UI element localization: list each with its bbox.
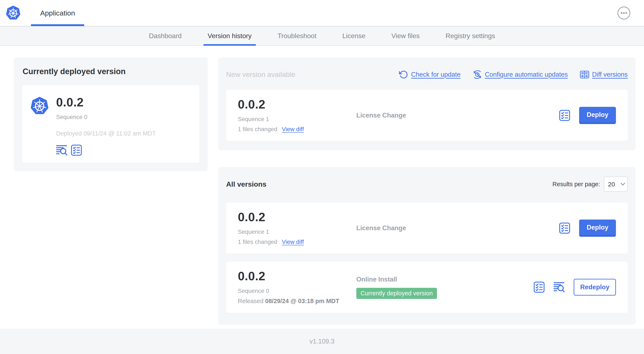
- files-changed-label: 1 files changed: [238, 239, 277, 245]
- sequence-label: Sequence 1: [238, 228, 356, 235]
- version-number: 0.0.2: [238, 211, 356, 223]
- version-info: 0.0.2 Sequence 0 Released 08/29/24 @ 03:…: [238, 270, 356, 304]
- app-page: Application Dashboard Version history Tr…: [0, 0, 644, 354]
- app-tab-label: Application: [40, 9, 75, 17]
- tab-license[interactable]: License: [342, 26, 365, 45]
- console-version: v1.109.3: [310, 338, 334, 345]
- diff-versions-label: Diff versions: [592, 71, 628, 78]
- released-prefix: Released: [238, 298, 265, 304]
- tab-label: Registry settings: [446, 32, 495, 40]
- tab-label: Troubleshoot: [278, 32, 316, 40]
- check-for-update-link[interactable]: Check for update: [399, 70, 460, 79]
- new-version-panel-header: New version available Check for update C…: [226, 65, 628, 84]
- deploy-logs-button[interactable]: [56, 145, 68, 156]
- tab-label: View files: [392, 32, 420, 40]
- check-for-update-label: Check for update: [411, 71, 460, 78]
- preflight-checklist-icon: [71, 145, 82, 156]
- diff-versions-link[interactable]: Diff versions: [580, 70, 628, 79]
- version-status: Online Install Currently deployed versio…: [356, 276, 534, 299]
- preflight-checks-button[interactable]: [559, 222, 570, 234]
- sequence-label: Sequence 1: [238, 116, 356, 123]
- version-row: 0.0.2 Sequence 0 Released 08/29/24 @ 03:…: [226, 262, 628, 313]
- tab-dashboard[interactable]: Dashboard: [149, 26, 182, 45]
- version-actions: Deploy: [559, 219, 616, 237]
- all-versions-title: All versions: [226, 180, 266, 188]
- version-info: 0.0.2 Sequence 1 1 files changed View di…: [238, 211, 356, 245]
- main-content: Currently deployed version 0.0.2 Sequenc…: [0, 46, 644, 329]
- files-changed-row: 1 files changed View diff: [238, 239, 356, 245]
- update-links: Check for update Configure automatic upd…: [399, 70, 628, 79]
- diff-columns-icon: [580, 70, 589, 79]
- auto-update-clock-icon: [473, 70, 482, 79]
- tab-registry-settings[interactable]: Registry settings: [446, 26, 495, 45]
- ellipsis-icon: [617, 6, 630, 20]
- kubernetes-logo-icon: [30, 97, 48, 115]
- version-actions: Redeploy: [534, 279, 616, 295]
- version-source: License Change: [356, 224, 559, 232]
- redeploy-button[interactable]: Redeploy: [574, 279, 616, 295]
- files-changed-label: 1 files changed: [238, 126, 277, 133]
- deployed-version-details: 0.0.2 Sequence 0 Deployed 09/11/24 @ 11:…: [56, 96, 156, 156]
- deployed-version-card: 0.0.2 Sequence 0 Deployed 09/11/24 @ 11:…: [22, 85, 199, 163]
- kubernetes-logo-icon: [6, 6, 20, 21]
- tab-label: License: [342, 32, 365, 40]
- more-options-button[interactable]: [617, 6, 630, 20]
- version-source: License Change: [356, 112, 559, 119]
- files-changed-row: 1 files changed View diff: [238, 126, 356, 133]
- version-rows: 0.0.2 Sequence 1 1 files changed View di…: [226, 203, 628, 313]
- tab-label: Version history: [208, 32, 252, 40]
- released-timestamp: Released 08/29/24 @ 03:18 pm MDT: [238, 298, 356, 304]
- version-source: Online Install: [356, 276, 397, 283]
- version-number: 0.0.2: [238, 270, 356, 282]
- deploy-logs-button[interactable]: [554, 281, 565, 293]
- app-footer: v1.109.3: [0, 329, 644, 354]
- app-subnav: Dashboard Version history Troubleshoot L…: [0, 26, 644, 46]
- tab-version-history[interactable]: Version history: [208, 26, 252, 45]
- preflight-checks-button[interactable]: [559, 110, 570, 121]
- new-version-panel: New version available Check for update C…: [218, 57, 636, 150]
- deploy-logs-icon: [554, 281, 565, 293]
- preflight-checklist-icon: [559, 110, 570, 121]
- version-info: 0.0.2 Sequence 1 1 files changed View di…: [238, 98, 356, 133]
- deployed-timestamp: Deployed 09/11/24 @ 11:02 am MDT: [56, 130, 156, 137]
- deploy-button[interactable]: Deploy: [579, 107, 616, 124]
- current-version-panel: Currently deployed version 0.0.2 Sequenc…: [14, 57, 208, 171]
- view-diff-link[interactable]: View diff: [282, 126, 304, 133]
- preflight-checks-button[interactable]: [534, 281, 545, 293]
- configure-automatic-updates-link[interactable]: Configure automatic updates: [473, 70, 568, 79]
- preflight-checklist-icon: [559, 222, 570, 234]
- new-version-title: New version available: [226, 70, 296, 79]
- version-row: 0.0.2 Sequence 1 1 files changed View di…: [226, 203, 628, 254]
- results-per-page-select-wrap: 20: [604, 177, 628, 192]
- view-diff-link[interactable]: View diff: [282, 239, 304, 245]
- current-version-title: Currently deployed version: [22, 67, 199, 76]
- new-version-card: 0.0.2 Sequence 1 1 files changed View di…: [226, 90, 628, 141]
- deployed-version-actions: [56, 145, 156, 156]
- version-number: 0.0.2: [238, 98, 356, 110]
- refresh-icon: [399, 70, 408, 79]
- preflight-checks-button[interactable]: [71, 145, 82, 156]
- sequence-label: Sequence 0: [56, 114, 156, 120]
- app-tab[interactable]: Application: [31, 0, 84, 26]
- released-date: 08/29/24 @ 03:18 pm MDT: [265, 298, 340, 304]
- results-per-page-label: Results per page:: [552, 181, 600, 188]
- all-versions-header: All versions Results per page: 20: [226, 174, 628, 194]
- all-versions-panel: All versions Results per page: 20: [218, 167, 636, 324]
- tab-view-files[interactable]: View files: [392, 26, 420, 45]
- results-per-page: Results per page: 20: [552, 177, 628, 192]
- right-column: New version available Check for update C…: [218, 57, 636, 325]
- deploy-button[interactable]: Deploy: [579, 219, 616, 237]
- configure-automatic-updates-label: Configure automatic updates: [485, 71, 568, 78]
- tab-troubleshoot[interactable]: Troubleshoot: [278, 26, 316, 45]
- currently-deployed-badge: Currently deployed version: [356, 288, 437, 299]
- sequence-label: Sequence 0: [238, 288, 356, 294]
- deploy-logs-icon: [56, 145, 68, 156]
- version-actions: Deploy: [559, 107, 616, 124]
- preflight-checklist-icon: [534, 281, 545, 293]
- version-number: 0.0.2: [56, 96, 156, 108]
- tab-label: Dashboard: [149, 32, 182, 40]
- top-header: Application: [0, 0, 644, 26]
- results-per-page-select[interactable]: 20: [604, 177, 628, 192]
